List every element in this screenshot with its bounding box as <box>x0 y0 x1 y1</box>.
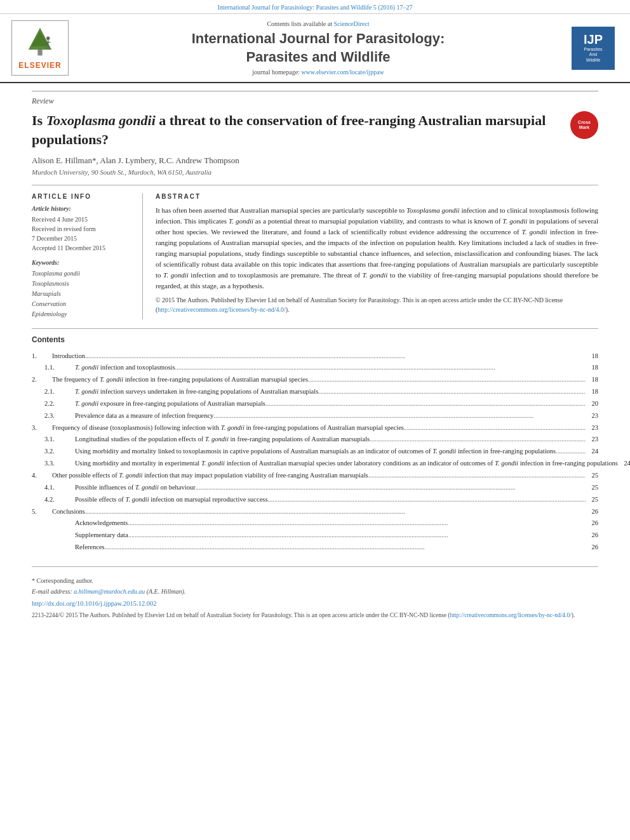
toc-item-3-3: 3.3. Using morbidity and mortality in ex… <box>32 458 598 470</box>
doi-link[interactable]: http://dx.doi.org/10.1016/j.ijppaw.2015.… <box>32 600 598 607</box>
email-link[interactable]: a.hillman@murdoch.edu.au <box>74 588 145 595</box>
crossmark-badge[interactable]: CrossMark <box>570 111 598 139</box>
toc-item-supplementary: Supplementary data 26 <box>32 530 598 542</box>
keyword-4: Conservation <box>32 299 133 309</box>
received-revised-date: 7 December 2015 <box>32 234 133 243</box>
journal-header: ELSEVIER Contents lists available at Sci… <box>0 14 630 83</box>
crossmark-icon: CrossMark <box>570 111 598 139</box>
toc-item-4-2: 4.2. Possible effects of T. gondii infec… <box>32 494 598 506</box>
toc-item-2-2: 2.2. T. gondii exposure in free-ranging … <box>32 398 598 410</box>
toc-item-1: 1. Introduction 18 <box>32 350 598 363</box>
article-info-abstract: ARTICLE INFO Article history: Received 4… <box>32 185 598 319</box>
article-info-header: ARTICLE INFO <box>32 193 133 200</box>
toc-item-acknowledgements: Acknowledgements 26 <box>32 517 598 530</box>
authors: Alison E. Hillman*, Alan J. Lymbery, R.C… <box>32 156 598 166</box>
copyright-license-url[interactable]: http://creativecommons.org/licenses/by-n… <box>450 612 571 618</box>
contents-title: Contents <box>32 335 598 344</box>
email-address-line: E-mail address: a.hillman@murdoch.edu.au… <box>32 588 598 595</box>
received-date: Received 4 June 2015 <box>32 215 133 224</box>
ijp-logo-box: IJP ParasitesAndWildlife <box>572 27 615 70</box>
article-section-label: Review <box>32 91 598 106</box>
elsevier-logo: ELSEVIER <box>11 20 69 76</box>
journal-reference-bar: International Journal for Parasitology: … <box>0 0 630 14</box>
toc-item-1-1: 1.1. T. gondii infection and toxoplasmos… <box>32 362 598 374</box>
history-label: Article history: <box>32 205 133 212</box>
toc-item-2: 2. The frequency of T. gondii infection … <box>32 374 598 386</box>
elsevier-name: ELSEVIER <box>18 61 61 70</box>
footer-section: * Corresponding author. E-mail address: … <box>32 566 598 620</box>
toc-item-references: References 26 <box>32 542 598 554</box>
contents-available-text: Contents lists available at ScienceDirec… <box>75 20 561 27</box>
toc-item-3-1: 3.1. Longitudinal studies of the populat… <box>32 434 598 446</box>
keyword-5: Epidemiology <box>32 309 133 319</box>
toc-item-3: 3. Frequency of disease (toxoplasmosis) … <box>32 422 598 434</box>
keywords-label: Keywords: <box>32 259 133 266</box>
abstract-column: ABSTRACT It has often been asserted that… <box>156 193 598 319</box>
keyword-3: Marsupials <box>32 289 133 299</box>
toc-item-2-1: 2.1. T. gondii infection surveys underta… <box>32 386 598 398</box>
journal-reference-text: International Journal for Parasitology: … <box>218 4 413 11</box>
journal-homepage: journal homepage: www.elsevier.com/locat… <box>75 69 561 76</box>
journal-title: International Journal for Parasitology: … <box>75 30 561 66</box>
ijp-letters: IJP <box>584 33 603 46</box>
keyword-2: Toxoplasmosis <box>32 279 133 289</box>
abstract-header: ABSTRACT <box>156 193 598 200</box>
ijp-logo-container: IJP ParasitesAndWildlife <box>568 20 619 76</box>
abstract-text: It has often been asserted that Australi… <box>156 205 598 291</box>
accepted-date: Accepted 11 December 2015 <box>32 243 133 253</box>
corresponding-note: * Corresponding author. <box>32 576 598 585</box>
toc-item-3-2: 3.2. Using morbidity and mortality linke… <box>32 446 598 458</box>
sciencedirect-link[interactable]: ScienceDirect <box>333 20 369 27</box>
author-affiliation: Murdoch University, 90 South St., Murdoc… <box>32 168 598 176</box>
keyword-1: Toxoplasma gondii <box>32 269 133 279</box>
toc-item-4-1: 4.1. Possible influences of T. gondii on… <box>32 482 598 494</box>
svg-point-3 <box>46 36 50 39</box>
contents-section: Contents 1. Introduction 18 1.1. T. gond… <box>32 328 598 554</box>
article-title-text: Is Toxoplasma gondii a threat to the con… <box>32 111 561 149</box>
journal-center: Contents lists available at ScienceDirec… <box>75 20 561 76</box>
article-info-column: ARTICLE INFO Article history: Received 4… <box>32 193 143 319</box>
ijp-subtitle: ParasitesAndWildlife <box>584 47 602 63</box>
received-revised-label: Received in revised form <box>32 224 133 234</box>
copyright-text: 2213-2244/© 2015 The Authors. Published … <box>32 611 598 620</box>
license-url[interactable]: http://creativecommons.org/licenses/by-n… <box>158 306 285 313</box>
homepage-url[interactable]: www.elsevier.com/locate/ijppaw <box>301 69 384 76</box>
toc-item-4: 4. Other possible effects of T. gondii i… <box>32 470 598 482</box>
main-content: Review Is Toxoplasma gondii a threat to … <box>0 83 630 632</box>
email-author-name: (A.E. Hillman). <box>147 588 186 595</box>
page: International Journal for Parasitology: … <box>0 0 630 632</box>
email-label: E-mail address: <box>32 588 72 595</box>
toc-item-5: 5. Conclusions 26 <box>32 506 598 518</box>
abstract-license: © 2015 The Authors. Published by Elsevie… <box>156 295 598 314</box>
article-title-block: Is Toxoplasma gondii a threat to the con… <box>32 111 598 149</box>
toc-item-2-3: 2.3. Prevalence data as a measure of inf… <box>32 410 598 422</box>
